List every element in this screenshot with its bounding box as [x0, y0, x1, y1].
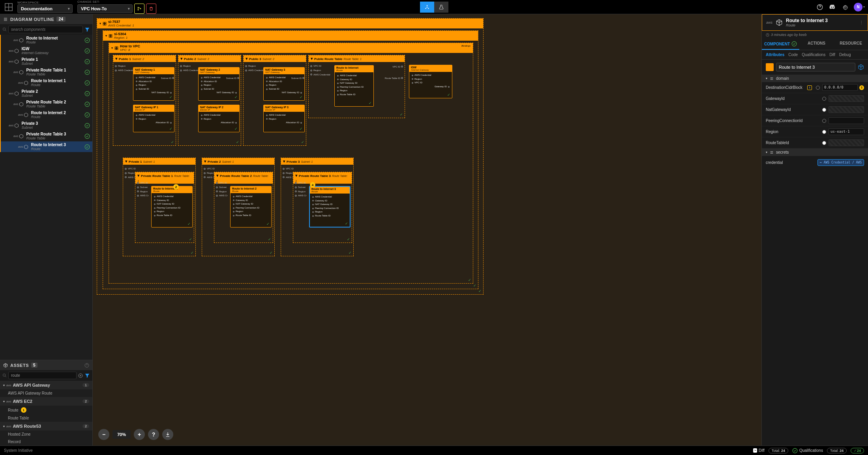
asset-group-header[interactable]: ▾awsAWS API Gateway1 — [0, 381, 92, 389]
subtab-code[interactable]: Code — [788, 53, 798, 57]
attribute-row[interactable]: GatewayId — [762, 93, 868, 104]
qual-indicator[interactable]: Qualifications — [792, 448, 823, 453]
radio-icon[interactable] — [822, 97, 826, 101]
radio-icon[interactable] — [816, 86, 820, 90]
gear-icon[interactable] — [841, 3, 849, 11]
nat-gateway[interactable]: NAT Gateway 2NAT Gateway AWS CredentialA… — [198, 67, 240, 101]
clear-search-icon[interactable] — [78, 373, 83, 378]
frame-header[interactable]: ▾ How to VPCVPC: 8 — [109, 43, 473, 53]
brand-logo[interactable] — [3, 2, 14, 13]
nat-gateway[interactable]: NAT Gateway 3NAT Gateway AWS CredentialA… — [263, 67, 305, 101]
qual-total[interactable]: Total: 24 — [827, 448, 847, 453]
assets-header[interactable]: ASSETS 5 — [0, 360, 92, 370]
assets-search[interactable] — [8, 372, 77, 379]
outline-item[interactable]: aws Route to Internet 3Route — [0, 141, 92, 152]
diagram-outline-header[interactable]: DIAGRAM OUTLINE 24 — [0, 14, 92, 24]
filter-icon[interactable] — [84, 373, 90, 378]
route-to-internet-n[interactable]: Route to Internet 2Route AWS CredentialG… — [230, 186, 272, 228]
color-swatch[interactable] — [766, 63, 774, 71]
elastic-ip[interactable]: NAT Gateway IP 1Elastic IP AWS Credentia… — [133, 105, 174, 132]
radio-icon[interactable] — [822, 141, 826, 145]
tab-resource[interactable]: RESOURCE — [834, 39, 868, 50]
component-name-input[interactable] — [776, 63, 855, 71]
changeset-select[interactable]: VPC How-To — [77, 4, 133, 13]
route-to-internet[interactable]: Route to InternetRoute AWS CredentialGat… — [334, 65, 374, 107]
outline-item[interactable]: aws Private Route Table 1Route Table — [0, 67, 92, 77]
help-icon[interactable] — [816, 3, 824, 11]
subtab-debug[interactable]: Debug — [839, 53, 851, 57]
delete-changeset-button[interactable] — [146, 4, 156, 14]
elastic-ip[interactable]: NAT Gateway IP 2Elastic IP AWS Credentia… — [198, 105, 240, 132]
public-route-table[interactable]: ▾ Public Route Table Route Table: 1 VPC … — [308, 55, 405, 118]
diff-total[interactable]: Total: 24 — [769, 448, 788, 453]
asset-item[interactable]: Route1 — [0, 406, 92, 414]
frame-credential[interactable]: ▾ si-7537AWS Credential: 1 ✓ ▾ si-5304Re… — [97, 18, 484, 295]
workspace-select[interactable]: Documentation — [17, 4, 73, 13]
outline-item[interactable]: aws Private Route Table 3Route Table — [0, 131, 92, 141]
outline-item[interactable]: aws Route to Internet 1Route — [0, 77, 92, 88]
help-small-icon[interactable] — [84, 363, 89, 368]
subtab-diff[interactable]: Diff — [829, 53, 835, 57]
attribute-row[interactable]: NatGatewayId — [762, 104, 868, 115]
canvas-area[interactable]: ▾ si-7537AWS Credential: 1 ✓ ▾ si-5304Re… — [93, 14, 761, 446]
attribute-row[interactable]: RouteTableId — [762, 137, 868, 149]
radio-icon[interactable] — [822, 108, 826, 112]
domain-section[interactable]: ▾ domain — [762, 75, 868, 82]
subnet-box[interactable]: ▾ Public 1 Subnet: 2 RegionAWS Credentia… — [113, 55, 176, 146]
outline-item[interactable]: aws Route to InternetRoute — [0, 35, 92, 45]
credential-badge[interactable]: ↔ AWS Credential / AWS — [817, 159, 864, 166]
frame-header[interactable]: ▾ si-7537AWS Credential: 1 — [97, 19, 483, 28]
subnet-box[interactable]: ▾ Public 3 Subnet: 2 RegionAWS Credentia… — [243, 55, 306, 146]
outline-item[interactable]: aws Route to Internet 2Route — [0, 109, 92, 120]
frame-header[interactable]: ▾ si-5304Region: 1 — [103, 31, 478, 41]
attribute-row[interactable]: Region us-east-1 — [762, 126, 868, 137]
outline-item[interactable]: aws IGWInternet Gateway — [0, 45, 92, 56]
canvas[interactable]: ▾ si-7537AWS Credential: 1 ✓ ▾ si-5304Re… — [97, 18, 757, 422]
tab-model[interactable] — [420, 2, 434, 13]
subnet-box[interactable]: ▾ Public 2 Subnet: 2 RegionAWS Credentia… — [178, 55, 241, 146]
private-route-table[interactable]: ▾ Private Route Table 1 Route Table: 1 V… — [135, 172, 194, 243]
cube-icon[interactable] — [858, 64, 864, 70]
outline-item[interactable]: aws Private 2Subnet — [0, 88, 92, 99]
private-subnet-box[interactable]: ▾ Private 3 Subnet: 1 VPC IDRegionAWS Cr… — [281, 158, 354, 256]
asset-group-header[interactable]: ▾awsAWS EC22 — [0, 397, 92, 406]
subtab-qualifications[interactable]: Qualifications — [802, 53, 825, 57]
nat-gateway[interactable]: NAT Gateway 1NAT Gateway AWS CredentialA… — [133, 67, 174, 101]
avatar[interactable]: N — [854, 3, 862, 11]
frame-vpc[interactable]: ▾ How to VPCVPC: 8 Bindings ✓ ▾ Public 1… — [109, 43, 473, 284]
tab-component[interactable]: COMPONENT — [762, 39, 799, 50]
outline-search[interactable] — [8, 26, 83, 33]
download-button[interactable] — [162, 429, 173, 440]
asset-group-header[interactable]: ▾awsAWS Route532 — [0, 422, 92, 431]
subtab-attributes[interactable]: Attributes — [766, 53, 784, 57]
diff-indicator[interactable]: ~ Diff — [753, 448, 765, 453]
private-route-table[interactable]: ▾ Private Route Table 3 Route Table: 1 V… — [293, 172, 352, 243]
private-subnet-box[interactable]: ▾ Private 2 Subnet: 1 VPC IDRegionAWS Cr… — [202, 158, 275, 256]
tab-actions[interactable]: ACTIONS — [799, 39, 834, 50]
secrets-section[interactable]: ▾ secrets — [762, 149, 868, 156]
attribute-row[interactable]: PeeringConnectionId — [762, 115, 868, 126]
asset-item[interactable]: Record — [0, 438, 92, 446]
elastic-ip[interactable]: NAT Gateway IP 3Elastic IP AWS Credentia… — [263, 105, 305, 132]
more-icon[interactable]: ⋮ — [859, 20, 864, 25]
merge-button[interactable] — [134, 4, 144, 14]
igw[interactable]: IGWInternet Gateway AWS CredentialRegion… — [409, 65, 452, 98]
frame-region[interactable]: ▾ si-5304Region: 1 ✓ ▾ How to VPCVPC: 8 … — [103, 30, 478, 289]
zoom-out-button[interactable]: − — [98, 429, 109, 440]
help-button[interactable]: ? — [148, 429, 159, 440]
tab-lab[interactable] — [434, 2, 448, 13]
outline-item[interactable]: aws Private Route Table 2Route Table — [0, 99, 92, 109]
attribute-row[interactable]: DestinationCidrBlock I 0.0.0.0/0 3 — [762, 82, 868, 93]
radio-icon[interactable] — [822, 130, 826, 134]
zoom-in-button[interactable]: + — [134, 429, 145, 440]
private-route-table[interactable]: ▾ Private Route Table 2 Route Table: 1 V… — [214, 172, 273, 243]
outline-item[interactable]: aws Private 1Subnet — [0, 56, 92, 67]
asset-item[interactable]: Route Table — [0, 414, 92, 422]
route-to-internet-n[interactable]: Route to Internet 1Route AWS CredentialG… — [151, 186, 193, 228]
asset-item[interactable]: AWS API Gateway Route — [0, 389, 92, 397]
filter-icon[interactable] — [84, 27, 90, 32]
private-subnet-box[interactable]: ▾ Private 1 Subnet: 1 VPC IDRegionAWS Cr… — [123, 158, 196, 256]
outline-item[interactable]: aws Private 3Subnet — [0, 120, 92, 131]
asset-item[interactable]: Hosted Zone — [0, 431, 92, 438]
qual-ok[interactable]: ✓24 — [851, 448, 864, 453]
